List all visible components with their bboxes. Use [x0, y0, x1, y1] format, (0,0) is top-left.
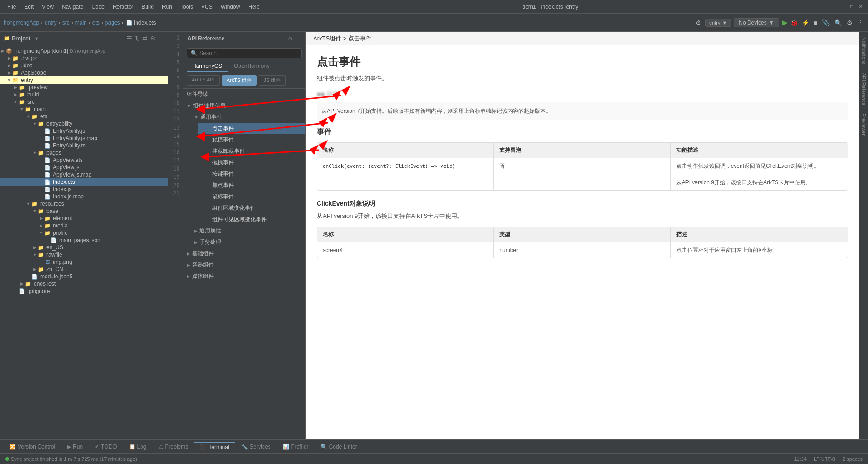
- tree-item-EntryAbility.js[interactable]: 📄EntryAbility.js: [0, 127, 168, 135]
- maximize-button[interactable]: □: [848, 3, 855, 10]
- api-panel-settings-icon[interactable]: ⚙: [288, 35, 293, 42]
- panel-expand-icon[interactable]: ⇄: [142, 35, 147, 42]
- tree-item-EntryAbility.js.map[interactable]: 📄EntryAbility.js.map: [0, 135, 168, 142]
- subsection-header-events[interactable]: ▼ 通用事件: [190, 111, 305, 123]
- tree-item-img.png[interactable]: 🖼img.png: [0, 258, 168, 266]
- tree-item-build[interactable]: ▶📁build: [0, 91, 168, 98]
- section-media-comp[interactable]: ▶ 媒体组件: [183, 271, 305, 282]
- tree-item-pages[interactable]: ▼📁pages: [0, 149, 168, 156]
- content-body[interactable]: 点击事件 组件被点击时触发的事件。 ■■ 说明 从API Version 7开始…: [306, 45, 859, 439]
- component-guide[interactable]: 组件导读: [183, 89, 305, 100]
- subtab-js-component[interactable]: JS 组件: [259, 75, 286, 86]
- panel-sort-icon[interactable]: ⇅: [135, 35, 140, 42]
- tab-services[interactable]: 🔧 Services: [236, 442, 276, 451]
- tree-item-Index.js.map[interactable]: 📄Index.js.map: [0, 193, 168, 200]
- breadcrumb-app[interactable]: hongmengApp: [4, 20, 39, 26]
- breadcrumb-entry[interactable]: entry: [45, 20, 57, 26]
- tree-item-AppScope[interactable]: ▶📁AppScope: [0, 69, 168, 76]
- menu-view[interactable]: View: [38, 3, 57, 11]
- breadcrumb-pages[interactable]: pages: [105, 20, 120, 26]
- tab-log[interactable]: 📋 Log: [123, 442, 152, 451]
- tree-item-Index.js[interactable]: 📄Index.js: [0, 186, 168, 193]
- minimize-button[interactable]: —: [839, 3, 846, 10]
- tree-item-profile[interactable]: ▼📁profile: [0, 229, 168, 237]
- tab-version-control[interactable]: 🔀 Version Control: [4, 442, 61, 451]
- menu-navigate[interactable]: Navigate: [58, 3, 87, 11]
- tab-harmonyos[interactable]: HarmonyOS: [187, 61, 228, 72]
- tree-item-ohosTest[interactable]: ▶📁ohosTest: [0, 280, 168, 287]
- menu-tools[interactable]: Tools: [177, 3, 197, 11]
- event-focus[interactable]: 焦点事件: [198, 180, 305, 191]
- tab-todo[interactable]: ✔ TODO: [89, 442, 122, 451]
- api-tree-scroll[interactable]: 组件导读 ▼ 组件通用信息 ▼ 通用事件 点击事件 触摸事件 挂载卸载事件 拖拽…: [183, 89, 305, 439]
- status-encoding[interactable]: LF UTF-8: [812, 456, 837, 462]
- no-devices-button[interactable]: No Devices ▼: [734, 18, 779, 27]
- subtab-arkts-api[interactable]: ArkTS API: [187, 75, 220, 86]
- subsection-header-attr[interactable]: ▶ 通用属性: [190, 225, 305, 237]
- menu-window[interactable]: Window: [217, 3, 244, 11]
- entry-dropdown[interactable]: entry ▼: [705, 19, 731, 27]
- debug-button[interactable]: 🐞: [790, 19, 798, 26]
- tab-terminal[interactable]: ⬛ Terminal: [194, 442, 234, 452]
- more-button[interactable]: ⋮: [856, 18, 864, 27]
- tree-item-base[interactable]: ▼📁base: [0, 207, 168, 215]
- tab-problems[interactable]: ⚠ Problems: [153, 442, 194, 451]
- tree-item-zh_CN[interactable]: ▶📁zh_CN: [0, 266, 168, 273]
- menu-run[interactable]: Run: [158, 3, 176, 11]
- tree-item-AppView.js[interactable]: 📄AppView.js: [0, 164, 168, 171]
- stop-button[interactable]: ■: [813, 18, 818, 27]
- api-search-input[interactable]: [199, 50, 298, 56]
- menu-vcs[interactable]: VCS: [198, 3, 216, 11]
- event-mouse[interactable]: 鼠标事件: [198, 191, 305, 202]
- tree-item-element[interactable]: ▶📁element: [0, 215, 168, 222]
- tree-item-rawfile[interactable]: ▼📁rawfile: [0, 251, 168, 258]
- event-mount[interactable]: 挂载卸载事件: [198, 146, 305, 157]
- section-basic-comp[interactable]: ▶ 基础组件: [183, 248, 305, 259]
- panel-locate-icon[interactable]: ☰: [127, 35, 132, 42]
- menu-file[interactable]: File: [4, 3, 20, 11]
- tree-item-hongmengApp[interactable]: ▶📦hongmengApp [dom1] D:\hongmengApp: [0, 47, 168, 55]
- window-controls[interactable]: — □ ✕: [839, 3, 864, 10]
- tree-item-Index.ets[interactable]: 📄Index.ets: [0, 178, 168, 186]
- tree-item-en_US[interactable]: ▶📁en_US: [0, 244, 168, 251]
- profile-button[interactable]: ⚡: [801, 18, 810, 27]
- panel-close-icon[interactable]: —: [158, 35, 164, 42]
- event-key[interactable]: 按键事件: [198, 168, 305, 180]
- tree-item-resources[interactable]: ▼📁resources: [0, 200, 168, 207]
- api-search-container[interactable]: 🔍: [187, 48, 302, 58]
- tab-code-linter[interactable]: 🔍 Code Linter: [315, 442, 363, 451]
- event-visible-change[interactable]: 组件可见区域变化事件: [198, 214, 305, 225]
- project-icon[interactable]: 📁: [4, 35, 10, 41]
- event-click[interactable]: 点击事件: [198, 123, 305, 134]
- tree-item-EntryAbility.ts[interactable]: 📄EntryAbility.ts: [0, 142, 168, 149]
- tree-item-.gitignore[interactable]: 📄.gitignore: [0, 287, 168, 295]
- settings-icon[interactable]: ⚙: [695, 18, 702, 27]
- tab-run[interactable]: ▶ Run: [61, 442, 88, 451]
- tree-item-ets[interactable]: ▼📁ets: [0, 113, 168, 120]
- notif-tab[interactable]: Notifications: [860, 34, 868, 68]
- status-indent[interactable]: 2 spaces: [841, 456, 864, 462]
- menu-build[interactable]: Build: [138, 3, 157, 11]
- tree-item-main_pages.json[interactable]: 📄main_pages.json: [0, 237, 168, 244]
- tree-item-idea[interactable]: ▶📁.idea: [0, 62, 168, 69]
- section-container-comp[interactable]: ▶ 容器组件: [183, 259, 305, 271]
- tree-item-AppView.js.map[interactable]: 📄AppView.js.map: [0, 171, 168, 178]
- subtab-arkts-component[interactable]: ArkTS 组件: [222, 75, 257, 86]
- attach-button[interactable]: 📎: [821, 18, 831, 27]
- tree-item-media[interactable]: ▶📁media: [0, 222, 168, 229]
- project-dropdown-arrow[interactable]: ▼: [34, 36, 39, 41]
- menu-bar[interactable]: File Edit View Navigate Code Refactor Bu…: [4, 3, 263, 11]
- run-button[interactable]: ▶: [782, 18, 787, 27]
- breadcrumb-src[interactable]: src: [62, 20, 70, 26]
- panel-settings-icon[interactable]: ⚙: [150, 35, 156, 42]
- tab-openharmony[interactable]: OpenHarmony: [228, 61, 275, 72]
- status-line[interactable]: 11:24: [792, 456, 808, 462]
- close-button[interactable]: ✕: [857, 3, 864, 10]
- menu-code[interactable]: Code: [88, 3, 108, 11]
- tree-item-hvigor[interactable]: ▶📁.hvigor: [0, 55, 168, 62]
- event-touch[interactable]: 触摸事件: [198, 134, 305, 146]
- tab-profiler[interactable]: 📊 Profiler: [277, 442, 314, 451]
- tree-item-module.json5[interactable]: 📄module.json5: [0, 273, 168, 280]
- breadcrumb-file[interactable]: 📄 Index.ets: [126, 20, 156, 26]
- tree-item-AppView.ets[interactable]: 📄AppView.ets: [0, 156, 168, 164]
